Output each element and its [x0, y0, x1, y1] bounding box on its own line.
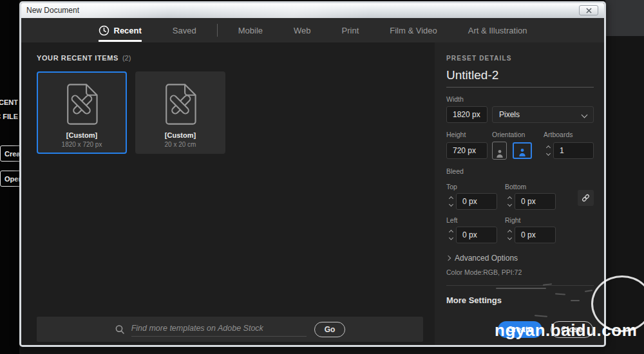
stepper-up-icon[interactable] — [449, 230, 453, 234]
bleed-left-label: Left — [446, 216, 497, 224]
recent-item-card-2[interactable]: [Custom] 20 x 20 cm — [135, 71, 225, 154]
stepper-down-icon[interactable] — [507, 202, 512, 207]
stepper-down-icon[interactable] — [449, 202, 453, 207]
custom-document-icon — [66, 84, 98, 125]
recent-items-panel: YOUR RECENT ITEMS (2) [Custo — [21, 42, 435, 345]
clock-icon — [99, 25, 109, 36]
bg-file-label: C FILE — [0, 113, 18, 120]
tab-print[interactable]: Print — [327, 18, 375, 42]
app-background-right-top — [605, 0, 644, 36]
search-icon — [115, 324, 125, 335]
link-icon — [581, 193, 591, 203]
tab-mobile-label: Mobile — [238, 26, 263, 35]
custom-document-icon — [164, 84, 196, 125]
bleed-right-input[interactable] — [515, 227, 556, 243]
tab-web[interactable]: Web — [278, 18, 327, 42]
stepper-up-icon[interactable] — [507, 230, 512, 234]
watermark-text: ngyan.baidu.com — [495, 321, 637, 340]
close-icon — [586, 8, 592, 14]
tab-print-label: Print — [342, 26, 359, 35]
card-name: [Custom] — [66, 131, 97, 139]
recent-items-heading: YOUR RECENT ITEMS — [37, 54, 118, 62]
bleed-right-stepper[interactable] — [505, 230, 515, 239]
link-bleed-values-button[interactable] — [578, 190, 594, 206]
stepper-down-icon[interactable] — [507, 236, 512, 240]
units-value: Pixels — [499, 110, 520, 119]
bg-create-button[interactable]: Creat — [0, 145, 19, 162]
adobe-stock-search-bar: Go — [37, 317, 423, 342]
orientation-landscape-button[interactable] — [513, 142, 532, 159]
tabs-divider — [217, 24, 218, 37]
bleed-top-input[interactable] — [456, 193, 497, 210]
bleed-label: Bleed — [446, 167, 594, 175]
dialog-titlebar[interactable]: New Document — [21, 3, 604, 18]
recent-item-card-1[interactable]: [Custom] 1820 x 720 px — [37, 71, 127, 154]
bg-recent-label: ECENT — [0, 98, 18, 106]
bleed-top-stepper[interactable] — [446, 197, 456, 206]
tab-recent-label: Recent — [114, 26, 142, 35]
landscape-person-icon — [518, 148, 526, 156]
tab-recent[interactable]: Recent — [83, 18, 157, 42]
width-input[interactable] — [446, 106, 488, 123]
bleed-bottom-stepper[interactable] — [505, 197, 515, 206]
dialog-title: New Document — [26, 6, 79, 15]
advanced-options-label: Advanced Options — [455, 254, 518, 263]
artboards-label: Artboards — [544, 131, 594, 138]
stepper-down-icon[interactable] — [449, 236, 453, 240]
height-label: Height — [446, 131, 492, 138]
tab-film-video-label: Film & Video — [390, 26, 437, 35]
new-document-dialog: New Document Recent Saved Mobile — [19, 1, 606, 347]
card-size: 1820 x 720 px — [62, 141, 102, 148]
stepper-up-icon[interactable] — [449, 196, 453, 201]
bleed-bottom-label: Bottom — [505, 183, 556, 191]
height-input[interactable] — [446, 142, 488, 159]
recent-items-count: (2) — [122, 54, 131, 62]
tab-mobile[interactable]: Mobile — [223, 18, 278, 42]
artboards-stepper[interactable] — [544, 146, 553, 155]
stepper-up-icon[interactable] — [546, 145, 551, 150]
bleed-top-label: Top — [446, 183, 497, 191]
document-name-input[interactable]: Untitled-2 — [446, 68, 594, 88]
chevron-right-icon — [446, 256, 451, 261]
watermark-mark — [571, 300, 580, 301]
bleed-right-label: Right — [505, 216, 556, 224]
card-size: 20 x 20 cm — [165, 141, 196, 148]
panel-divider — [446, 285, 594, 286]
screen: ECENT C FILE Creat Open.. New Document R… — [0, 0, 644, 354]
tab-web-label: Web — [294, 26, 311, 35]
tab-saved[interactable]: Saved — [157, 18, 212, 42]
stock-search-input[interactable] — [131, 322, 307, 337]
orientation-portrait-button[interactable] — [492, 142, 507, 160]
advanced-options-toggle[interactable]: Advanced Options — [446, 254, 594, 263]
tab-film-video[interactable]: Film & Video — [374, 18, 452, 42]
preset-details-heading: PRESET DETAILS — [446, 55, 594, 62]
chevron-down-icon — [582, 111, 588, 118]
orientation-label: Orientation — [492, 131, 544, 138]
artboards-input[interactable] — [553, 142, 594, 159]
bleed-bottom-input[interactable] — [515, 193, 556, 210]
units-dropdown[interactable]: Pixels — [492, 106, 594, 123]
bleed-left-stepper[interactable] — [446, 230, 456, 239]
stepper-up-icon[interactable] — [507, 196, 512, 201]
go-button[interactable]: Go — [314, 322, 346, 337]
watermark-mark — [496, 288, 546, 289]
card-name: [Custom] — [165, 131, 196, 139]
tab-art-illustration-label: Art & Illustration — [468, 26, 527, 35]
bleed-left-input[interactable] — [456, 227, 497, 243]
stepper-down-icon[interactable] — [546, 151, 551, 156]
portrait-person-icon — [496, 149, 504, 158]
tab-saved-label: Saved — [173, 26, 196, 35]
bg-open-button[interactable]: Open.. — [0, 171, 19, 187]
app-background-left: ECENT C FILE Creat Open.. — [0, 0, 19, 354]
window-close-button[interactable] — [579, 5, 598, 15]
color-mode-info: Color Mode:RGB, PPI:72 — [446, 268, 594, 276]
width-label: Width — [446, 95, 594, 103]
category-tabs: Recent Saved Mobile Web Print Film & Vid… — [21, 18, 604, 42]
tab-art-illustration[interactable]: Art & Illustration — [453, 18, 543, 42]
